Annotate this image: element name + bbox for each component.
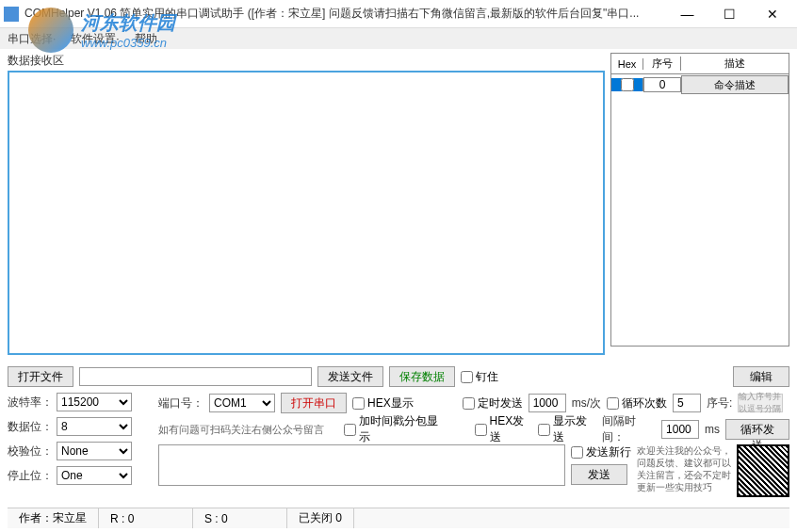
- cmd-table-body: [611, 95, 789, 346]
- menu-soft-settings[interactable]: 软件设置·: [71, 31, 119, 47]
- cmd-header-hex: Hex: [611, 58, 643, 70]
- window-title: COMHelper V1.06 简单实用的串口调试助手 ([作者：宋立星] 问题…: [24, 6, 666, 22]
- save-data-button[interactable]: 保存数据: [389, 366, 455, 387]
- timed-unit: ms/次: [572, 395, 601, 411]
- recv-area-label: 数据接收区: [8, 53, 605, 69]
- cmd-header-desc: 描述: [681, 56, 789, 71]
- menubar: 串口选择· 软件设置· 帮助: [0, 28, 797, 49]
- minimize-button[interactable]: —: [666, 1, 708, 27]
- timed-send-checkbox[interactable]: [463, 397, 475, 410]
- close-button[interactable]: ✕: [751, 1, 793, 27]
- port-select[interactable]: COM1: [209, 394, 275, 412]
- show-send-checkbox[interactable]: [538, 424, 550, 436]
- maximize-button[interactable]: ☐: [708, 1, 751, 27]
- data-select[interactable]: 8: [57, 417, 132, 436]
- hex-display-label: HEX显示: [367, 395, 414, 411]
- interval-input[interactable]: [661, 420, 699, 439]
- newline-label: 发送新行: [586, 444, 631, 460]
- interval-label: 间隔时间：: [602, 413, 656, 445]
- file-path-input[interactable]: [79, 367, 312, 386]
- qr-code-icon: [737, 444, 789, 497]
- cmd-header-num: 序号: [643, 56, 681, 71]
- newline-checkbox[interactable]: [571, 446, 583, 459]
- menu-port-select[interactable]: 串口选择·: [8, 31, 56, 47]
- pin-checkbox[interactable]: [461, 371, 473, 383]
- send-textarea[interactable]: [158, 444, 565, 486]
- baud-select[interactable]: 115200: [57, 393, 132, 411]
- parity-select[interactable]: None: [57, 442, 132, 460]
- hex-display-checkbox[interactable]: [352, 397, 365, 410]
- open-port-button[interactable]: 打开串口: [281, 393, 347, 413]
- status-author: 作者：宋立星: [8, 508, 99, 528]
- port-label: 端口号：: [158, 395, 203, 411]
- send-file-button[interactable]: 发送文件: [317, 366, 383, 387]
- data-label: 数据位：: [8, 419, 53, 435]
- status-tx: S : 0: [193, 508, 287, 528]
- show-send-label: 显示发送: [553, 413, 595, 445]
- status-bar: 作者：宋立星 R : 0 S : 0 已关闭 0: [8, 508, 789, 528]
- interval-unit: ms: [705, 423, 720, 436]
- loop-count-checkbox[interactable]: [607, 397, 619, 410]
- command-table: Hex 序号 描述 0 命令描述: [610, 53, 789, 347]
- status-rx: R : 0: [99, 508, 193, 528]
- hex-send-label: HEX发送: [490, 413, 533, 445]
- stop-select[interactable]: One: [57, 466, 132, 485]
- status-state: 已关闭 0: [287, 508, 354, 528]
- hex-send-checkbox[interactable]: [475, 424, 487, 436]
- loop-count-input[interactable]: [673, 394, 701, 412]
- seq-hint-image: 输入序号并以逗号分隔: [738, 394, 783, 412]
- timed-value-input[interactable]: [529, 394, 566, 412]
- menu-help[interactable]: 帮助: [135, 31, 157, 47]
- pin-label: 钉住: [476, 369, 498, 385]
- baud-label: 波特率：: [8, 395, 53, 411]
- cmd-row-num: 0: [643, 77, 681, 92]
- stop-label: 停止位：: [8, 468, 53, 484]
- loop-send-button[interactable]: 循环发送: [725, 419, 789, 440]
- pub-text: 欢迎关注我的公众号，问题反馈、建议都可以关注留言，还会不定时更新一些实用技巧: [637, 444, 731, 493]
- seq-label: 序号:: [707, 395, 732, 411]
- timestamp-label: 加时间戳分包显示: [359, 413, 445, 445]
- titlebar: COMHelper V1.06 简单实用的串口调试助手 ([作者：宋立星] 问题…: [0, 0, 797, 28]
- cmd-hex-checkbox[interactable]: [621, 78, 634, 91]
- loop-count-label: 循环次数: [622, 395, 667, 411]
- send-button[interactable]: 发送: [571, 464, 627, 485]
- hint-text: 如有问题可扫码关注右侧公众号留言: [158, 423, 338, 437]
- timestamp-checkbox[interactable]: [344, 424, 356, 436]
- cmd-row: 0 命令描述: [611, 74, 789, 95]
- parity-label: 校验位：: [8, 443, 53, 459]
- timed-send-label: 定时发送: [478, 395, 523, 411]
- open-file-button[interactable]: 打开文件: [8, 366, 73, 387]
- recv-textarea[interactable]: [8, 71, 605, 355]
- cmd-desc-button[interactable]: 命令描述: [681, 75, 789, 94]
- app-icon: [4, 7, 19, 22]
- edit-button[interactable]: 编辑: [733, 366, 789, 387]
